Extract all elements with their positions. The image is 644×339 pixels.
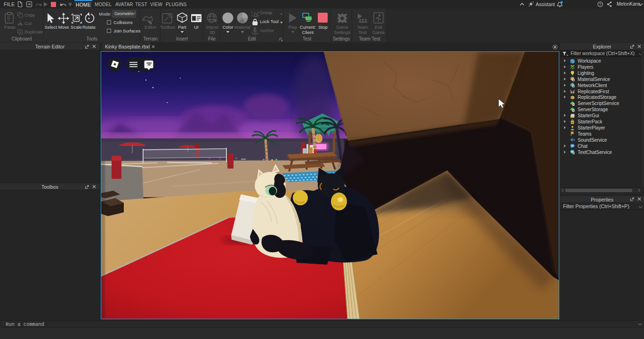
svg-text:?: ? <box>599 2 602 7</box>
svg-text:Assistant: Assistant <box>536 2 555 7</box>
